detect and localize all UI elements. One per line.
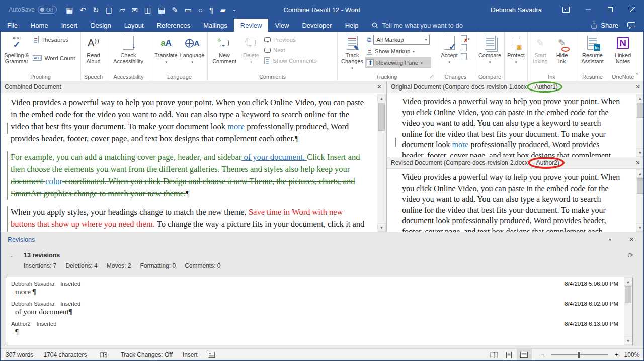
hide-ink-button[interactable]: ✎ Hide Ink — [551, 33, 573, 71]
zoom-slider-thumb[interactable] — [578, 352, 580, 358]
show-comments-button[interactable]: Show Comments — [263, 55, 318, 66]
word-count-button[interactable]: ABC Word Count — [31, 53, 77, 63]
next-change-button[interactable]: → — [461, 53, 467, 60]
autosave-toggle[interactable]: AutoSave Off — [9, 6, 57, 14]
tab-view[interactable]: View — [268, 19, 295, 32]
next-comment-button[interactable]: Next — [263, 45, 318, 55]
reviewing-pane-button[interactable]: ⬆ Reviewing Pane ▾ — [365, 57, 431, 68]
tab-references[interactable]: References — [150, 19, 197, 32]
qat-more-icon[interactable]: ⌄ — [232, 7, 236, 12]
tab-layout[interactable]: Layout — [118, 19, 150, 32]
translate-button[interactable]: aA Translate ▾ — [153, 33, 179, 71]
autosave-pill[interactable]: Off — [38, 6, 57, 14]
previous-comment-button[interactable]: Previous — [263, 34, 318, 45]
linked-notes-button[interactable]: N Linked Notes — [611, 33, 635, 71]
original-document-body[interactable]: Video provides a powerful way to help yo… — [387, 93, 644, 157]
display-for-review-select[interactable]: All Markup ▾ — [373, 35, 430, 45]
undo-icon[interactable]: ↶ — [79, 6, 86, 14]
new-comment-button[interactable]: + New Comment — [209, 33, 239, 71]
scroll-up-icon[interactable]: ▲ — [636, 94, 644, 102]
accept-button[interactable]: ✓ Accept ▾ — [438, 33, 461, 71]
scroll-down-icon[interactable]: ▼ — [624, 336, 632, 345]
track-changes-button[interactable]: ✎ Track Changes ▾ — [339, 33, 365, 71]
compare-button[interactable]: Compare ▾ — [477, 33, 503, 71]
zoom-level[interactable]: 100% — [620, 351, 643, 358]
tab-design[interactable]: Design — [84, 19, 117, 32]
thesaurus-button[interactable]: Thesaurus — [31, 34, 77, 45]
refresh-icon[interactable]: ⟳ — [627, 251, 633, 259]
close-button[interactable] — [621, 1, 643, 19]
scroll-up-icon[interactable]: ▲ — [377, 94, 386, 102]
zoom-out-button[interactable]: − — [532, 349, 546, 361]
print-layout-button[interactable] — [502, 349, 517, 361]
web-layout-button[interactable] — [517, 349, 532, 361]
print-preview-icon[interactable]: ◫ — [144, 6, 151, 14]
insert-mode-status[interactable]: Insert — [178, 349, 203, 361]
touch-mode-icon[interactable]: ▭ — [185, 6, 192, 14]
scroll-thumb[interactable] — [637, 103, 643, 118]
tab-mailings[interactable]: Mailings — [197, 19, 234, 32]
word-count-status[interactable]: 307 words — [1, 349, 38, 361]
edit-icon[interactable]: ✎ — [172, 6, 178, 14]
redo-icon[interactable]: ↻ — [93, 6, 99, 14]
minimize-button[interactable] — [577, 1, 599, 19]
spelling-grammar-button[interactable]: ABC ✓ Spelling & Grammar — [2, 33, 31, 71]
email-icon[interactable]: ✉ — [131, 6, 138, 14]
revision-item[interactable]: Author2 Inserted ¶ 8/4/2018 6:13:00 PM — [6, 317, 632, 337]
scroll-up-icon[interactable]: ▲ — [624, 277, 632, 286]
scroll-thumb[interactable] — [625, 286, 631, 303]
track-changes-status[interactable]: Track Changes: Off — [115, 349, 177, 361]
combined-document-body[interactable]: Video provides a powerful way to help yo… — [1, 93, 386, 232]
tab-file[interactable]: File — [1, 19, 24, 32]
comments-icon[interactable] — [627, 22, 635, 29]
folder-icon[interactable]: ▰ — [220, 6, 226, 14]
revisions-pane-close-icon[interactable]: ✕ — [629, 236, 634, 243]
resume-assistant-button[interactable]: in Resume Assistant — [578, 33, 607, 71]
language-button[interactable]: ⨁A Language ▾ — [179, 33, 205, 71]
new-file-icon[interactable]: ▢ — [106, 6, 113, 14]
tab-review[interactable]: Review — [234, 19, 269, 32]
check-accessibility-button[interactable]: ◔ Check Accessibility — [108, 33, 149, 71]
tab-home[interactable]: Home — [24, 19, 55, 32]
user-name[interactable]: Deborah Savadra — [491, 6, 542, 14]
revisions-pane-menu-icon[interactable]: ▾ — [609, 237, 611, 242]
combined-pane-close-icon[interactable]: ✕ — [377, 83, 382, 91]
revision-item[interactable]: Deborah Savadra Inserted more ¶ 8/4/2018… — [6, 277, 632, 297]
tab-developer[interactable]: Developer — [295, 19, 338, 32]
reject-button[interactable]: ✗ ▾ — [461, 35, 470, 42]
delete-comment-button[interactable]: ✗ Delete ▾ — [239, 33, 263, 71]
show-markup-button[interactable]: Show Markup ▾ — [365, 46, 431, 56]
macro-recording-icon[interactable] — [203, 349, 220, 361]
scroll-thumb[interactable] — [378, 103, 385, 131]
scroll-down-icon[interactable]: ▼ — [636, 223, 644, 232]
original-pane-close-icon[interactable]: ✕ — [635, 83, 640, 91]
shape-circle-icon[interactable]: ○ — [198, 6, 203, 14]
formatting-marks-icon[interactable]: ¶ — [209, 6, 213, 14]
previous-change-button[interactable]: ← — [461, 44, 467, 51]
proofing-errors-icon[interactable] — [92, 349, 115, 361]
maximize-button[interactable] — [599, 1, 621, 19]
scroll-thumb[interactable] — [637, 178, 643, 194]
tell-me-search[interactable]: Tell me what you want to do — [365, 19, 469, 32]
share-button[interactable]: Share — [591, 22, 618, 29]
protect-button[interactable]: ▣ Protect ▾ — [506, 33, 526, 71]
original-scrollbar[interactable]: ▲ ▼ — [636, 94, 644, 157]
scroll-down-icon[interactable]: ▼ — [636, 148, 644, 157]
collapse-ribbon-icon[interactable]: ⌃ — [635, 72, 639, 79]
zoom-in-button[interactable]: + — [613, 349, 620, 361]
revised-document-body[interactable]: Video provides a powerful way to help yo… — [387, 169, 644, 232]
revised-scrollbar[interactable]: ▲ ▼ — [636, 169, 644, 232]
revisions-count[interactable]: 13 revisions — [24, 252, 60, 259]
read-aloud-button[interactable]: A⁾⁾ Read Aloud — [83, 33, 104, 71]
read-mode-button[interactable] — [487, 349, 502, 361]
start-inking-button[interactable]: ✎ Start Inking — [529, 33, 551, 71]
zoom-slider[interactable] — [551, 354, 608, 355]
revisions-scrollbar[interactable]: ▲ ▼ — [624, 277, 632, 345]
open-folder-icon[interactable]: ▱ — [119, 6, 125, 14]
combined-scrollbar[interactable]: ▲ ▼ — [377, 94, 386, 232]
revisions-expand-icon[interactable]: ⌄ — [10, 253, 14, 258]
scroll-up-icon[interactable]: ▲ — [636, 169, 644, 178]
character-count-status[interactable]: 1704 characters — [38, 349, 92, 361]
tab-insert[interactable]: Insert — [55, 19, 85, 32]
ribbon-display-options-icon[interactable] — [555, 1, 577, 19]
